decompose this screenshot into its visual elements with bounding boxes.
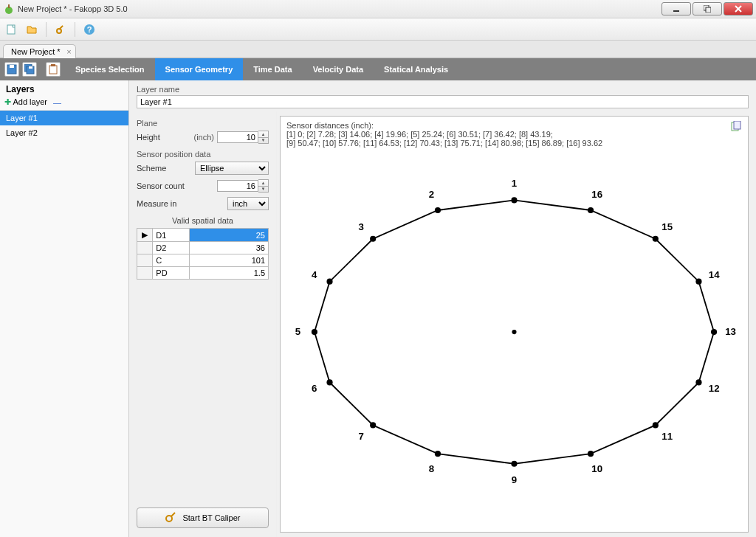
start-bt-caliper-button[interactable]: Start BT Caliper bbox=[137, 507, 269, 528]
help-icon[interactable]: ? bbox=[81, 21, 97, 38]
table-row[interactable]: PD1.5 bbox=[137, 267, 269, 280]
tab-velocity-data[interactable]: Velocity Data bbox=[303, 58, 374, 80]
svg-rect-19 bbox=[734, 121, 740, 129]
svg-rect-4 bbox=[706, 7, 711, 13]
quick-toolbar: ? bbox=[0, 18, 756, 41]
distances-line-1: [1] 0; [2] 7.28; [3] 14.06; [4] 19.96; [… bbox=[286, 130, 742, 139]
tab-sensor-geometry[interactable]: Sensor Geometry bbox=[155, 58, 244, 80]
settings-icon[interactable] bbox=[52, 21, 69, 38]
add-layer-button[interactable]: ✚ Add layer bbox=[4, 97, 47, 107]
document-tab[interactable]: New Project * × bbox=[3, 44, 76, 58]
svg-point-25 bbox=[370, 236, 376, 242]
layer-name-input[interactable] bbox=[137, 95, 749, 108]
window-title: New Project * - Fakopp 3D 5.0 bbox=[18, 4, 660, 13]
sensor-canvas: Sensor distances (inch): [1] 0; [2] 7.28… bbox=[280, 116, 749, 533]
sensor-count-label: Sensor count bbox=[137, 181, 217, 190]
svg-rect-5 bbox=[7, 25, 15, 34]
scheme-select[interactable]: Ellipse bbox=[195, 162, 269, 175]
svg-point-51 bbox=[588, 207, 594, 213]
svg-point-49 bbox=[653, 236, 659, 242]
maximize-button[interactable] bbox=[693, 2, 722, 15]
save-icon[interactable] bbox=[4, 62, 19, 77]
layers-header: Layers bbox=[0, 80, 128, 96]
table-row[interactable]: D236 bbox=[137, 242, 269, 254]
sensor-count-input[interactable] bbox=[217, 180, 258, 192]
plane-group-label: Plane bbox=[137, 119, 269, 128]
distances-line-2: [9] 50.47; [10] 57.76; [11] 64.53; [12] … bbox=[286, 139, 742, 148]
svg-rect-2 bbox=[673, 10, 679, 12]
document-tabstrip: New Project * × bbox=[0, 41, 756, 58]
distances-header: Sensor distances (inch): bbox=[286, 121, 742, 130]
svg-text:?: ? bbox=[87, 25, 92, 34]
save-all-icon[interactable] bbox=[22, 62, 37, 77]
svg-text:2: 2 bbox=[429, 189, 434, 200]
caliper-icon bbox=[165, 511, 176, 524]
svg-point-21 bbox=[511, 197, 517, 203]
geometry-form: Plane Height (inch) ▲▼ Sensor position d… bbox=[129, 111, 277, 537]
spatial-data-table: ▶D125D236C101PD1.5 bbox=[137, 228, 269, 280]
svg-point-47 bbox=[695, 279, 701, 285]
svg-point-29 bbox=[312, 329, 317, 335]
svg-text:3: 3 bbox=[359, 221, 364, 232]
remove-layer-button[interactable]: — bbox=[53, 98, 61, 107]
sensor-count-spinner[interactable]: ▲▼ bbox=[258, 179, 269, 193]
height-label: Height bbox=[137, 133, 190, 142]
app-icon bbox=[3, 3, 15, 15]
close-button[interactable] bbox=[724, 2, 753, 15]
svg-point-33 bbox=[370, 422, 376, 428]
plus-icon: ✚ bbox=[4, 97, 11, 106]
svg-text:1: 1 bbox=[512, 178, 518, 189]
ribbon: Species SelectionSensor GeometryTime Dat… bbox=[0, 58, 756, 80]
svg-text:7: 7 bbox=[359, 431, 364, 442]
svg-text:13: 13 bbox=[725, 326, 736, 337]
copy-icon[interactable] bbox=[730, 121, 742, 134]
svg-point-43 bbox=[695, 379, 701, 385]
svg-rect-15 bbox=[49, 66, 57, 74]
svg-text:5: 5 bbox=[295, 326, 301, 337]
layer-name-label: Layer name bbox=[137, 85, 749, 94]
add-layer-label: Add layer bbox=[13, 97, 47, 106]
start-bt-caliper-label: Start BT Caliper bbox=[182, 513, 240, 522]
height-input[interactable] bbox=[217, 131, 258, 143]
svg-point-39 bbox=[588, 451, 594, 457]
separator bbox=[75, 22, 75, 37]
measure-in-select[interactable]: inch bbox=[227, 197, 269, 210]
svg-rect-1 bbox=[8, 4, 10, 8]
clipboard-icon[interactable] bbox=[46, 62, 61, 77]
table-row[interactable]: ▶D125 bbox=[137, 229, 269, 242]
sensor-position-group-label: Sensor position data bbox=[137, 150, 269, 159]
svg-point-35 bbox=[435, 451, 441, 457]
close-tab-icon[interactable]: × bbox=[66, 47, 71, 56]
svg-rect-14 bbox=[29, 66, 32, 69]
svg-text:12: 12 bbox=[709, 383, 720, 394]
scheme-label: Scheme bbox=[137, 164, 195, 173]
new-file-icon[interactable] bbox=[3, 21, 19, 38]
layers-panel: Layers ✚ Add layer — Layer #1Layer #2 bbox=[0, 80, 129, 537]
ellipse-plot: 12345678910111213141516 bbox=[281, 162, 748, 532]
measure-in-label: Measure in bbox=[137, 199, 227, 208]
layer-list: Layer #1Layer #2 bbox=[0, 110, 128, 140]
document-tab-label: New Project * bbox=[11, 47, 61, 56]
svg-point-6 bbox=[57, 29, 61, 33]
svg-text:15: 15 bbox=[662, 221, 673, 232]
svg-point-20 bbox=[512, 330, 516, 334]
table-row[interactable]: C101 bbox=[137, 254, 269, 267]
svg-text:16: 16 bbox=[591, 189, 602, 200]
minimize-button[interactable] bbox=[662, 2, 691, 15]
open-file-icon[interactable] bbox=[24, 21, 40, 38]
layer-item[interactable]: Layer #2 bbox=[0, 125, 128, 140]
height-unit: (inch) bbox=[193, 133, 214, 142]
window-titlebar: New Project * - Fakopp 3D 5.0 bbox=[0, 0, 756, 18]
tab-species-selection[interactable]: Species Selection bbox=[65, 58, 155, 80]
svg-text:14: 14 bbox=[709, 269, 720, 280]
svg-point-23 bbox=[435, 207, 441, 213]
height-spinner[interactable]: ▲▼ bbox=[258, 131, 269, 144]
svg-text:4: 4 bbox=[312, 269, 317, 280]
svg-text:8: 8 bbox=[429, 463, 434, 474]
svg-text:10: 10 bbox=[591, 463, 602, 474]
tab-statical-analysis[interactable]: Statical Analysis bbox=[374, 58, 458, 80]
tab-time-data[interactable]: Time Data bbox=[243, 58, 302, 80]
separator bbox=[46, 22, 47, 37]
layer-item[interactable]: Layer #1 bbox=[0, 111, 128, 125]
svg-text:11: 11 bbox=[662, 431, 673, 442]
